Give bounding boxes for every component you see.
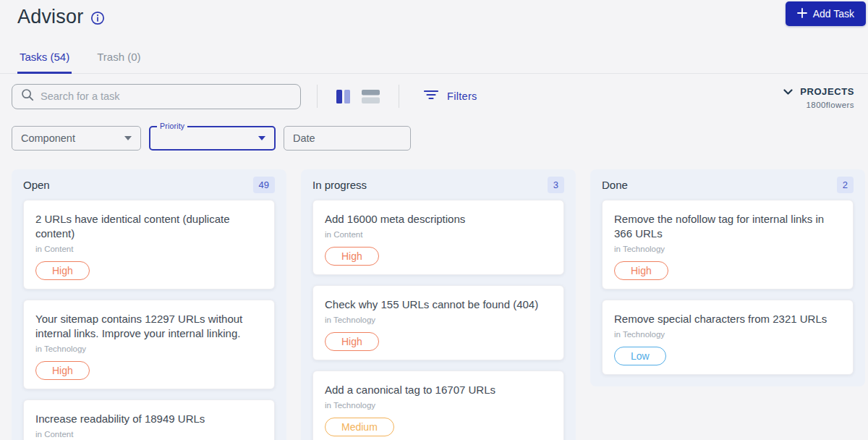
column-count-badge: 2 (837, 177, 854, 193)
priority-badge: High (35, 361, 90, 380)
filter-row: Component Priority (0, 126, 868, 151)
add-task-label: Add Task (813, 8, 854, 20)
task-category: in Content (325, 230, 552, 239)
priority-badge: Low (614, 347, 666, 365)
page-title: Advisor (17, 6, 83, 28)
column-header: Done 2 (602, 169, 854, 200)
plus-icon (797, 8, 807, 20)
kanban-view-icon[interactable] (336, 90, 350, 103)
task-title: Remove the nofollow tag for internal lin… (614, 212, 841, 241)
task-category: in Technology (614, 330, 841, 339)
task-category: in Technology (325, 401, 552, 410)
header: Advisor Add Task (0, 0, 868, 32)
kanban-board: Open 49 2 URLs have identical content (d… (0, 169, 868, 440)
projects-label: PROJECTS (800, 86, 854, 97)
priority-badge: Medium (325, 418, 394, 436)
task-category: in Technology (35, 344, 263, 353)
task-title: Check why 155 URLs cannot be found (404) (325, 297, 552, 312)
column-done: Done 2 Remove the nofollow tag for inter… (590, 169, 865, 386)
filters-button[interactable]: Filters (424, 89, 477, 103)
task-card[interactable]: Add 16000 meta descriptions in Content H… (312, 200, 564, 275)
filter-funnel-icon (424, 89, 438, 103)
component-filter-label: Component (21, 132, 75, 144)
search-icon (21, 88, 34, 104)
search-input[interactable] (41, 90, 292, 102)
tab-tasks[interactable]: Tasks (54) (17, 51, 72, 74)
search-box[interactable] (12, 84, 301, 109)
card-list: 2 URLs have identical content (duplicate… (23, 200, 275, 440)
task-card[interactable]: Increase readability of 18949 URLs in Co… (23, 399, 275, 440)
info-icon[interactable] (90, 11, 105, 25)
caret-down-icon (124, 136, 132, 140)
task-title: Add a canonical tag to 16707 URLs (325, 383, 552, 397)
card-list: Remove the nofollow tag for internal lin… (602, 200, 854, 375)
divider (399, 85, 399, 108)
card-list: Add 16000 meta descriptions in Content H… (312, 200, 564, 440)
priority-badge: High (35, 261, 90, 280)
column-count-badge: 3 (548, 177, 564, 193)
chevron-down-icon (783, 85, 793, 98)
column-open: Open 49 2 URLs have identical content (d… (12, 169, 286, 440)
task-card[interactable]: Check why 155 URLs cannot be found (404)… (312, 285, 564, 360)
view-toggle (336, 90, 380, 103)
column-count-badge: 49 (253, 177, 275, 193)
task-card[interactable]: Remove special characters from 2321 URLs… (602, 300, 854, 375)
column-header: In progress 3 (312, 169, 564, 200)
priority-badge: High (614, 261, 668, 280)
date-input[interactable] (293, 132, 401, 144)
task-card[interactable]: Remove the nofollow tag for internal lin… (602, 200, 854, 289)
filters-label: Filters (447, 90, 477, 102)
add-task-button[interactable]: Add Task (786, 1, 866, 26)
task-title: Remove special characters from 2321 URLs (614, 312, 841, 326)
toolbar: Filters PROJECTS 1800flowers (0, 83, 868, 109)
column-name: In progress (312, 179, 367, 191)
task-category: in Content (35, 245, 263, 253)
task-category: in Technology (614, 245, 841, 253)
task-card[interactable]: Add a canonical tag to 16707 URLs in Tec… (312, 371, 564, 440)
tab-trash[interactable]: Trash (0) (95, 51, 142, 73)
priority-filter-select[interactable]: Priority (149, 126, 276, 151)
caret-down-icon (258, 136, 265, 140)
column-name: Done (602, 179, 628, 191)
task-title: Add 16000 meta descriptions (325, 212, 552, 227)
task-card[interactable]: Your sitemap contains 12297 URLs without… (23, 300, 275, 389)
date-filter-field[interactable] (284, 126, 411, 151)
projects-toggle[interactable]: PROJECTS (783, 85, 854, 98)
priority-badge: High (325, 247, 379, 266)
task-category: in Technology (325, 316, 552, 324)
project-name: 1800flowers (783, 101, 854, 109)
priority-badge: High (325, 332, 379, 351)
task-card[interactable]: 2 URLs have identical content (duplicate… (23, 200, 275, 289)
task-title: Your sitemap contains 12297 URLs without… (35, 312, 263, 341)
list-view-icon[interactable] (362, 90, 380, 103)
column-in-progress: In progress 3 Add 16000 meta description… (301, 169, 576, 440)
component-filter-select[interactable]: Component (12, 126, 141, 151)
column-header: Open 49 (23, 169, 275, 200)
task-category: in Content (35, 430, 263, 439)
column-name: Open (23, 179, 50, 191)
task-title: Increase readability of 18949 URLs (35, 412, 263, 426)
tabs: Tasks (54) Trash (0) (0, 51, 868, 74)
projects-selector: PROJECTS 1800flowers (783, 85, 854, 109)
divider (317, 85, 318, 108)
task-title: 2 URLs have identical content (duplicate… (35, 212, 263, 241)
priority-filter-label: Priority (157, 122, 187, 130)
